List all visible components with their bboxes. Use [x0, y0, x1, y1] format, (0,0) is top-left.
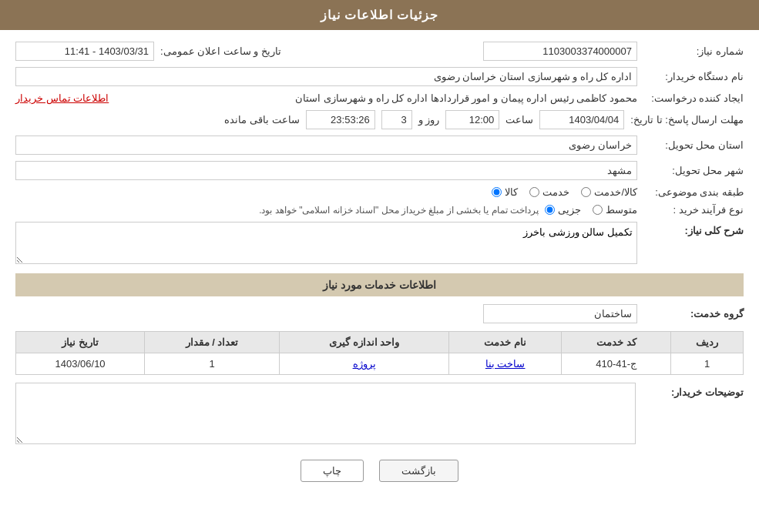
- province-label: استان محل تحویل:: [643, 139, 744, 151]
- day-label: روز و: [418, 114, 440, 125]
- announce-datetime-input: [15, 42, 154, 61]
- cat-goods-service-radio[interactable]: [581, 187, 591, 197]
- category-row: طبقه بندی موضوعی: کالا/خدمت خدمت کالا: [15, 186, 744, 198]
- page-wrapper: جزئیات اطلاعات نیاز شماره نیاز: تاریخ و …: [0, 0, 759, 532]
- creator-value: محمود کاظمی رئیس اداره پیمان و امور قرار…: [115, 92, 637, 104]
- back-button[interactable]: بازگشت: [379, 460, 458, 482]
- services-table-head: ردیف کد خدمت نام خدمت واحد اندازه گیری ت…: [16, 332, 744, 353]
- content-area: شماره نیاز: تاریخ و ساعت اعلان عمومی: نا…: [0, 30, 759, 509]
- services-table: ردیف کد خدمت نام خدمت واحد اندازه گیری ت…: [15, 331, 744, 375]
- cat-goods-label: کالا: [505, 186, 518, 198]
- unit-link[interactable]: پروژه: [353, 358, 376, 370]
- cell-service-name: ساخت بنا: [449, 353, 562, 375]
- process-medium-label: متوسط: [606, 204, 637, 216]
- col-unit: واحد اندازه گیری: [279, 332, 448, 353]
- buyer-org-label: نام دستگاه خریدار:: [643, 71, 744, 82]
- deadline-day-input: [381, 110, 412, 129]
- process-medium-option[interactable]: متوسط: [593, 204, 637, 216]
- creator-row: ایجاد کننده درخواست: محمود کاظمی رئیس اد…: [15, 92, 744, 104]
- service-group-label: گروه خدمت:: [643, 308, 744, 320]
- col-row-num: ردیف: [671, 332, 744, 353]
- category-label: طبقه بندی موضوعی:: [643, 186, 744, 198]
- need-number-label: شماره نیاز:: [643, 45, 744, 57]
- services-table-header-row: ردیف کد خدمت نام خدمت واحد اندازه گیری ت…: [16, 332, 744, 353]
- city-label: شهر محل تحویل:: [643, 165, 744, 176]
- need-desc-label: شرح کلی نیاز:: [643, 222, 744, 236]
- remaining-time-input: [306, 110, 375, 129]
- service-group-row: گروه خدمت:: [15, 304, 744, 323]
- page-title: جزئیات اطلاعات نیاز: [321, 8, 439, 22]
- need-desc-textarea[interactable]: [15, 222, 637, 264]
- process-label: نوع فرآیند خرید :: [643, 204, 744, 216]
- buyer-org-input: [15, 67, 637, 86]
- cat-goods-radio[interactable]: [492, 187, 502, 197]
- print-button[interactable]: چاپ: [301, 460, 364, 482]
- need-desc-row: شرح کلی نیاز:: [15, 222, 744, 264]
- buyer-desc-textarea[interactable]: [15, 383, 636, 444]
- creator-contact-link[interactable]: اطلاعات تماس خریدار: [15, 92, 109, 104]
- col-service-code: کد خدمت: [562, 332, 671, 353]
- buyer-desc-label: توضیحات خریدار:: [643, 383, 744, 398]
- city-row: شهر محل تحویل:: [15, 161, 744, 180]
- deadline-row: مهلت ارسال پاسخ: تا تاریخ: ساعت روز و سا…: [15, 110, 744, 129]
- cell-row-num: 1: [671, 353, 744, 375]
- process-partial-option[interactable]: جزیی: [545, 204, 581, 216]
- cat-goods-service-label: کالا/خدمت: [594, 186, 637, 198]
- province-input: [15, 136, 637, 155]
- announce-datetime-label: تاریخ و ساعت اعلان عمومی:: [160, 45, 281, 57]
- process-partial-label: جزیی: [558, 204, 581, 216]
- time-label: ساعت: [505, 114, 533, 125]
- col-quantity: تعداد / مقدار: [145, 332, 280, 353]
- col-service-name: نام خدمت: [449, 332, 562, 353]
- footer-buttons: بازگشت چاپ: [15, 460, 744, 497]
- service-name-link[interactable]: ساخت بنا: [485, 358, 526, 370]
- process-radio-group: متوسط جزیی: [545, 204, 637, 216]
- table-row: 1 ج-41-410 ساخت بنا پروژه 1 1403/06/10: [16, 353, 744, 375]
- deadline-time-input: [445, 110, 499, 129]
- buyer-org-row: نام دستگاه خریدار:: [15, 67, 744, 86]
- buyer-desc-row: توضیحات خریدار:: [15, 383, 744, 444]
- cat-service-option[interactable]: خدمت: [529, 186, 569, 198]
- process-note: پرداخت تمام یا بخشی از مبلغ خریداز محل "…: [15, 205, 539, 216]
- process-partial-radio[interactable]: [545, 205, 555, 215]
- process-medium-radio[interactable]: [593, 205, 603, 215]
- creator-label: ایجاد کننده درخواست:: [643, 92, 744, 104]
- cell-service-code: ج-41-410: [562, 353, 671, 375]
- cat-goods-service-option[interactable]: کالا/خدمت: [581, 186, 637, 198]
- process-row: نوع فرآیند خرید : متوسط جزیی پرداخت تمام…: [15, 204, 744, 216]
- col-date: تاریخ نیاز: [16, 332, 145, 353]
- deadline-date-input: [539, 110, 624, 129]
- cell-unit: پروژه: [279, 353, 448, 375]
- need-number-input: [483, 42, 637, 61]
- remaining-label: ساعت باقی مانده: [224, 114, 299, 125]
- services-section-header: اطلاعات خدمات مورد نیاز: [15, 273, 744, 296]
- service-group-input: [483, 304, 637, 323]
- province-row: استان محل تحویل:: [15, 136, 744, 155]
- need-number-row: شماره نیاز: تاریخ و ساعت اعلان عمومی:: [15, 42, 744, 61]
- page-header: جزئیات اطلاعات نیاز: [0, 0, 759, 30]
- category-radio-group: کالا/خدمت خدمت کالا: [492, 186, 637, 198]
- deadline-label: مهلت ارسال پاسخ: تا تاریخ:: [630, 114, 744, 125]
- cat-goods-option[interactable]: کالا: [492, 186, 518, 198]
- cat-service-radio[interactable]: [529, 187, 539, 197]
- cell-quantity: 1: [145, 353, 280, 375]
- city-input: [15, 161, 637, 180]
- cell-date: 1403/06/10: [16, 353, 145, 375]
- cat-service-label: خدمت: [542, 186, 569, 198]
- services-table-body: 1 ج-41-410 ساخت بنا پروژه 1 1403/06/10: [16, 353, 744, 375]
